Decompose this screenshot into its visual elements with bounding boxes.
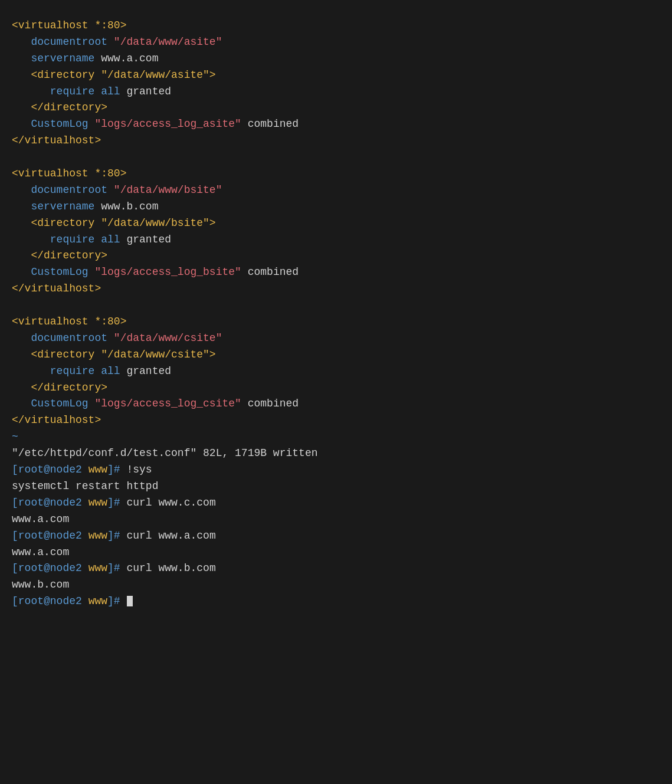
terminal-cursor	[127, 596, 133, 606]
vhost2-dir-open: <directory "/data/www/bsite">	[12, 215, 660, 232]
vhost2-block: <virtualhost *:80> documentroot "/data/w…	[12, 166, 660, 297]
output-curl-c: www.a.com	[12, 511, 660, 528]
vhost1-dir-open: <directory "/data/www/asite">	[12, 67, 660, 84]
output-curl-b: www.b.com	[12, 577, 660, 593]
terminal: <virtualhost *:80> documentroot "/data/w…	[12, 18, 660, 610]
vhost1-block: <virtualhost *:80> documentroot "/data/w…	[12, 18, 660, 149]
cmd-curl-a: [root@node2 www]# curl www.a.com	[12, 528, 660, 544]
output-curl-a: www.a.com	[12, 544, 660, 561]
cmd-curl-c: [root@node2 www]# curl www.c.com	[12, 495, 660, 511]
vhost3-docroot: documentroot "/data/www/csite"	[12, 330, 660, 347]
vhost2-servername: servername www.b.com	[12, 199, 660, 215]
vhost3-require: require all granted	[12, 363, 660, 380]
vhost2-customlog: CustomLog "logs/access_log_bsite" combin…	[12, 264, 660, 281]
vhost1-dir-close: </directory>	[12, 100, 660, 116]
vhost3-dir-open: <directory "/data/www/csite">	[12, 347, 660, 363]
vhost1-require: require all granted	[12, 84, 660, 100]
cmd-systemctl: systemctl restart httpd	[12, 478, 660, 495]
blank2	[12, 297, 660, 314]
cmd-sys-prompt: [root@node2 www]# !sys	[12, 462, 660, 478]
tilde-line: ~	[12, 429, 660, 445]
vhost3-open: <virtualhost *:80>	[12, 314, 660, 330]
vhost1-open: <virtualhost *:80>	[12, 18, 660, 34]
vhost2-open: <virtualhost *:80>	[12, 166, 660, 182]
written-line: "/etc/httpd/conf.d/test.conf" 82L, 1719B…	[12, 445, 660, 462]
vhost1-docroot: documentroot "/data/www/asite"	[12, 34, 660, 51]
blank1	[12, 149, 660, 166]
vhost2-require: require all granted	[12, 232, 660, 248]
vhost3-close: </virtualhost>	[12, 412, 660, 429]
vhost2-close: </virtualhost>	[12, 281, 660, 297]
vhost1-servername: servername www.a.com	[12, 51, 660, 67]
vhost1-close: </virtualhost>	[12, 133, 660, 149]
vhost1-customlog: CustomLog "logs/access_log_asite" combin…	[12, 116, 660, 133]
vhost3-customlog: CustomLog "logs/access_log_csite" combin…	[12, 396, 660, 412]
prompt-final[interactable]: [root@node2 www]#	[12, 593, 660, 610]
cmd-curl-b: [root@node2 www]# curl www.b.com	[12, 560, 660, 577]
vhost3-dir-close: </directory>	[12, 380, 660, 396]
vhost2-dir-close: </directory>	[12, 248, 660, 264]
vhost2-docroot: documentroot "/data/www/bsite"	[12, 182, 660, 199]
vhost3-block: <virtualhost *:80> documentroot "/data/w…	[12, 314, 660, 429]
